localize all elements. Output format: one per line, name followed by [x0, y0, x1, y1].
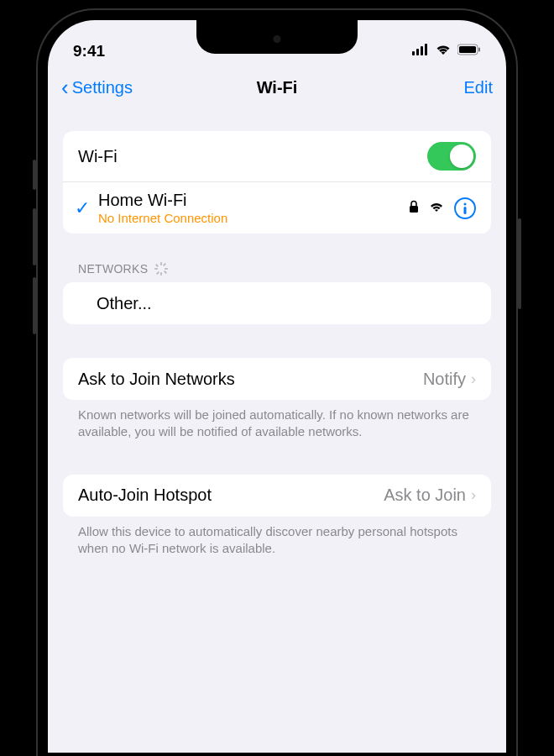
svg-rect-17 — [156, 271, 159, 275]
svg-rect-7 — [410, 206, 418, 213]
connected-network-row[interactable]: ✓ Home Wi-Fi No Internet Connection — [63, 181, 491, 234]
svg-rect-11 — [160, 272, 162, 276]
checkmark-icon: ✓ — [75, 197, 98, 219]
network-name: Home Wi-Fi — [98, 191, 409, 210]
svg-rect-2 — [421, 46, 423, 55]
svg-rect-12 — [154, 268, 158, 270]
battery-icon — [457, 44, 481, 59]
auto-hotspot-row[interactable]: Auto-Join Hotspot Ask to Join › — [63, 475, 491, 517]
auto-hotspot-footer: Allow this device to automatically disco… — [63, 517, 491, 558]
svg-rect-13 — [165, 268, 168, 270]
lock-icon — [409, 200, 419, 217]
network-status: No Internet Connection — [98, 211, 409, 225]
ask-to-join-row[interactable]: Ask to Join Networks Notify › — [63, 358, 491, 400]
other-network-row[interactable]: Other... — [63, 282, 491, 324]
other-label: Other... — [78, 294, 152, 313]
back-label: Settings — [72, 78, 133, 97]
nav-bar: ‹ Settings Wi-Fi Edit — [48, 67, 506, 108]
auto-hotspot-label: Auto-Join Hotspot — [78, 486, 212, 505]
wifi-toggle[interactable] — [427, 142, 476, 171]
ask-join-value: Notify — [423, 370, 466, 389]
auto-hotspot-value: Ask to Join — [384, 486, 466, 505]
svg-rect-3 — [425, 44, 427, 55]
svg-rect-1 — [416, 49, 419, 55]
svg-rect-10 — [160, 262, 162, 265]
ask-join-footer: Known networks will be joined automatica… — [63, 400, 491, 441]
svg-rect-9 — [464, 207, 467, 214]
wifi-toggle-row: Wi-Fi — [63, 131, 491, 181]
status-time: 9:41 — [73, 42, 105, 60]
networks-header: NETWORKS — [63, 234, 491, 282]
page-title: Wi-Fi — [257, 78, 298, 97]
chevron-right-icon: › — [471, 370, 476, 388]
back-button[interactable]: ‹ Settings — [61, 75, 133, 101]
wifi-icon — [435, 44, 452, 59]
svg-point-8 — [464, 202, 467, 205]
chevron-left-icon: ‹ — [61, 75, 69, 101]
svg-rect-14 — [155, 264, 159, 267]
cellular-icon — [412, 44, 429, 59]
svg-rect-6 — [478, 48, 480, 52]
chevron-right-icon: › — [471, 486, 476, 504]
edit-button[interactable]: Edit — [464, 78, 493, 97]
wifi-section: Wi-Fi ✓ Home Wi-Fi No Internet Connectio… — [63, 131, 491, 234]
ask-join-label: Ask to Join Networks — [78, 370, 235, 389]
wifi-toggle-label: Wi-Fi — [78, 147, 118, 166]
svg-rect-0 — [412, 51, 415, 55]
svg-rect-15 — [164, 270, 167, 274]
notch — [196, 20, 358, 54]
svg-rect-5 — [459, 46, 476, 53]
spinner-icon — [154, 262, 168, 276]
info-button[interactable] — [454, 197, 476, 219]
svg-rect-16 — [163, 263, 166, 266]
wifi-signal-icon — [429, 201, 444, 216]
